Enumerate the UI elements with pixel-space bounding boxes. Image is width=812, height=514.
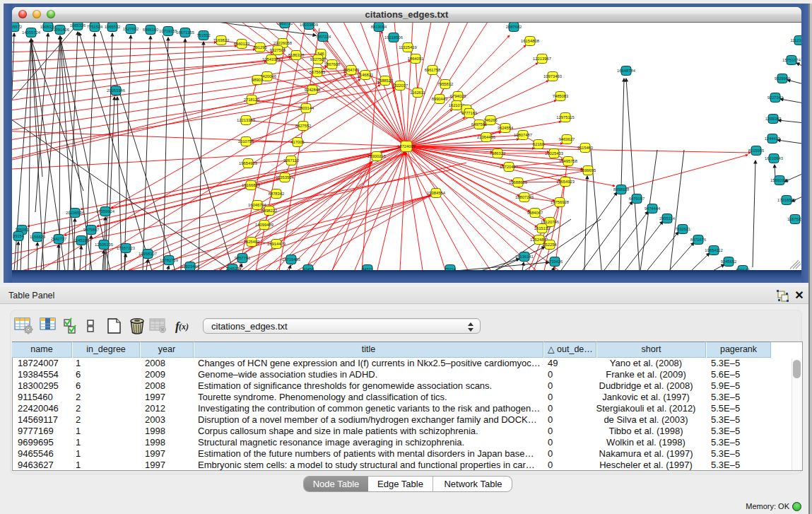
svg-text:15495758: 15495758: [559, 159, 577, 163]
svg-text:10719155: 10719155: [159, 29, 177, 33]
svg-text:6479197: 6479197: [629, 197, 645, 201]
svg-text:3624554: 3624554: [498, 126, 514, 130]
svg-text:7163822: 7163822: [213, 38, 230, 42]
svg-text:19756928: 19756928: [551, 200, 569, 204]
svg-text:8322037: 8322037: [392, 83, 408, 88]
svg-text:10973493: 10973493: [543, 74, 562, 78]
svg-text:8427552: 8427552: [295, 124, 312, 128]
svg-text:11123345: 11123345: [791, 38, 801, 42]
svg-text:9327509: 9327509: [270, 48, 286, 52]
svg-text:9474444: 9474444: [645, 206, 661, 211]
svg-text:8454749: 8454749: [343, 68, 360, 72]
svg-text:15716485: 15716485: [282, 257, 300, 262]
svg-text:12213967: 12213967: [533, 57, 551, 61]
svg-text:12213389: 12213389: [237, 118, 255, 122]
svg-text:8990443: 8990443: [432, 97, 448, 101]
svg-text:7625402: 7625402: [244, 240, 260, 244]
svg-text:8660123: 8660123: [234, 42, 250, 46]
svg-text:252254: 252254: [543, 243, 557, 247]
svg-text:10807487: 10807487: [514, 133, 532, 137]
svg-text:891295: 891295: [253, 45, 266, 49]
svg-text:9777169: 9777169: [461, 111, 478, 115]
svg-text:39154: 39154: [13, 234, 25, 238]
svg-text:1156829: 1156829: [30, 235, 45, 239]
svg-text:84521: 84521: [362, 267, 373, 270]
svg-text:7751524: 7751524: [87, 25, 103, 29]
svg-text:7955812: 7955812: [437, 82, 454, 86]
svg-text:21364436: 21364436: [477, 135, 495, 139]
svg-text:25300215: 25300215: [367, 154, 386, 158]
svg-text:9146821: 9146821: [358, 73, 374, 77]
svg-text:19384554: 19384554: [427, 191, 446, 195]
svg-text:6794028: 6794028: [450, 94, 466, 98]
svg-text:17016504: 17016504: [777, 198, 796, 202]
svg-text:1663710: 1663710: [277, 23, 293, 25]
svg-text:104523: 104523: [225, 267, 239, 270]
svg-text:7986322: 7986322: [490, 151, 506, 156]
svg-text:9242845: 9242845: [305, 88, 321, 92]
svg-text:7632621: 7632621: [675, 227, 691, 231]
svg-text:830142: 830142: [736, 268, 749, 270]
svg-text:8471676: 8471676: [690, 238, 707, 242]
svg-text:6497568: 6497568: [471, 122, 488, 127]
svg-text:12923446: 12923446: [181, 264, 199, 269]
svg-text:6961758: 6961758: [425, 68, 441, 72]
svg-text:9115460: 9115460: [577, 146, 593, 150]
svg-text:14099489: 14099489: [255, 223, 273, 227]
svg-text:746266: 746266: [483, 118, 497, 122]
svg-text:10025433: 10025433: [545, 151, 563, 156]
svg-text:20091406: 20091406: [51, 28, 69, 32]
svg-text:8878342: 8878342: [269, 192, 285, 196]
svg-text:10688609: 10688609: [509, 180, 527, 185]
svg-text:62160: 62160: [533, 142, 544, 146]
svg-text:16210643: 16210643: [765, 156, 783, 160]
svg-text:2935114: 2935114: [659, 216, 676, 221]
svg-text:9329966: 9329966: [775, 76, 791, 81]
svg-text:2087682: 2087682: [506, 25, 522, 29]
svg-text:9463627: 9463627: [559, 137, 575, 141]
svg-text:19218506: 19218506: [384, 35, 403, 40]
svg-text:17357223: 17357223: [117, 246, 135, 250]
svg-text:11353594: 11353594: [276, 175, 294, 180]
svg-text:7485083: 7485083: [553, 94, 569, 98]
svg-text:16782759: 16782759: [160, 258, 178, 262]
svg-text:1615132: 1615132: [534, 226, 551, 230]
svg-text:10958107: 10958107: [139, 252, 157, 256]
svg-text:417005: 417005: [290, 140, 304, 144]
svg-text:9327508: 9327508: [310, 57, 326, 62]
svg-text:(x): (x): [179, 322, 189, 332]
svg-text:7857224: 7857224: [315, 35, 331, 39]
svg-text:17359924: 17359924: [96, 209, 115, 214]
svg-text:1864091: 1864091: [408, 57, 424, 61]
svg-text:8215955: 8215955: [748, 148, 765, 153]
svg-text:9857791: 9857791: [235, 256, 251, 260]
svg-text:1065532: 1065532: [105, 25, 121, 29]
svg-text:2867608: 2867608: [324, 62, 341, 66]
svg-text:14055724: 14055724: [22, 30, 41, 35]
svg-text:9605572: 9605572: [12, 25, 22, 29]
svg-text:15751074: 15751074: [782, 58, 801, 62]
svg-text:1167533: 1167533: [787, 217, 801, 221]
svg-text:12505135: 12505135: [95, 243, 113, 247]
svg-text:92450: 92450: [302, 267, 314, 270]
svg-text:8813054: 8813054: [371, 25, 387, 29]
svg-text:18807249: 18807249: [515, 195, 534, 199]
svg-text:2718120: 2718120: [244, 98, 260, 102]
svg-text:15692971: 15692971: [770, 178, 789, 182]
svg-text:16648784: 16648784: [617, 69, 636, 73]
svg-text:16136141: 16136141: [515, 255, 534, 259]
svg-text:10654112: 10654112: [705, 248, 722, 252]
svg-text:16046766: 16046766: [248, 203, 266, 207]
svg-text:9245652: 9245652: [721, 259, 737, 264]
svg-text:751552: 751552: [196, 33, 210, 37]
svg-text:5675685: 5675685: [310, 70, 326, 74]
svg-text:16914479: 16914479: [267, 242, 286, 246]
svg-text:5498222: 5498222: [261, 209, 278, 213]
svg-text:3267110: 3267110: [283, 158, 299, 163]
svg-text:6966160: 6966160: [143, 28, 159, 32]
svg-text:16671355: 16671355: [176, 30, 194, 35]
svg-text:75214: 75214: [445, 267, 457, 270]
svg-text:1145194: 1145194: [73, 238, 90, 243]
svg-text:1065326: 1065326: [70, 23, 86, 28]
svg-text:15720407: 15720407: [500, 165, 518, 169]
